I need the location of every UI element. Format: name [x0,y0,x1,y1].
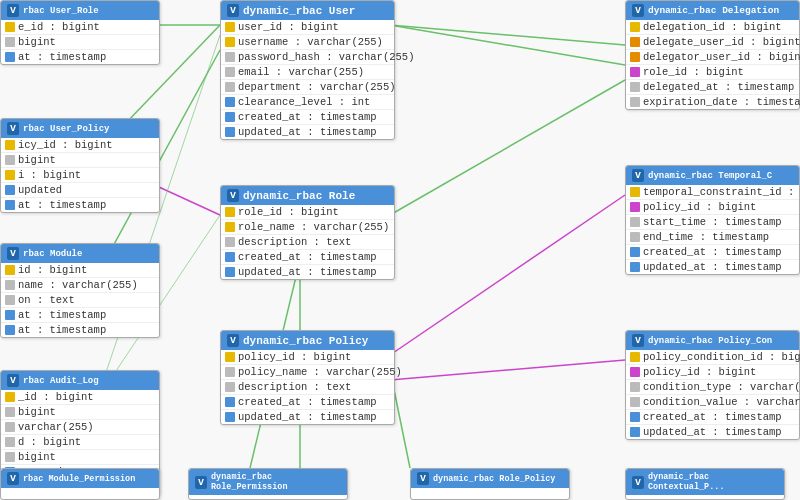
table-policy-condition-header: v dynamic_rbac Policy_Con [626,331,799,350]
table-row: policy_name : varchar(255) [221,365,394,380]
table-row: updated_at : timestamp [626,260,799,274]
table-row: at : timestamp [1,198,159,212]
table-row: policy_id : bigint [221,350,394,365]
table-module-header: v rbac Module [1,244,159,263]
table-row: on : text [1,293,159,308]
table-policy-header: v dynamic_rbac Policy [221,331,394,350]
table-module-permission-header: v rbac Module_Permission [1,469,159,488]
table-row: d : bigint [1,435,159,450]
table-policy: v dynamic_rbac Policy policy_id : bigint… [220,330,395,425]
table-row: created_at : timestamp [626,410,799,425]
table-row: at : timestamp [1,323,159,337]
table-contextual: v dynamic_rbac Contextual_P... [625,468,785,500]
table-policy-condition: v dynamic_rbac Policy_Con policy_conditi… [625,330,800,440]
table-row: username : varchar(255) [221,35,394,50]
table-row: _id : bigint [1,390,159,405]
table-row: updated_at : timestamp [221,125,394,139]
table-row: i : bigint [1,168,159,183]
svg-line-10 [390,25,625,65]
table-role: v dynamic_rbac Role role_id : bigint rol… [220,185,395,280]
table-user-policy: v rbac User_Policy icy_id : bigint bigin… [0,118,160,213]
table-audit-log-header: v rbac Audit_Log [1,371,159,390]
table-row: created_at : timestamp [221,250,394,265]
table-user-role: v rbac User_Role e_id : bigint bigint at… [0,0,160,65]
svg-line-11 [390,80,625,215]
table-delegation-header: v dynamic_rbac Delegation [626,1,799,20]
table-role-header: v dynamic_rbac Role [221,186,394,205]
svg-line-9 [390,25,625,45]
table-row: created_at : timestamp [626,245,799,260]
table-role-policy: v dynamic_rbac Role_Policy [410,468,570,500]
table-row: delegation_id : bigint [626,20,799,35]
table-contextual-header: v dynamic_rbac Contextual_P... [626,469,784,495]
table-row: email : varchar(255) [221,65,394,80]
table-row: bigint [1,450,159,465]
table-row: condition_value : varchar(255) [626,395,799,410]
table-row: start_time : timestamp [626,215,799,230]
table-row: at : timestamp [1,50,159,64]
table-row: created_at : timestamp [221,395,394,410]
table-row: bigint [1,405,159,420]
table-role-policy-header: v dynamic_rbac Role_Policy [411,469,569,488]
table-row: delegator_user_id : bigint [626,50,799,65]
table-row: temporal_constraint_id : bigint [626,185,799,200]
table-row: password_hash : varchar(255) [221,50,394,65]
table-role-permission-header: v dynamic_rbac Role_Permission [189,469,347,495]
table-row: clearance_level : int [221,95,394,110]
table-row: delegate_user_id : bigint [626,35,799,50]
table-role-permission: v dynamic_rbac Role_Permission [188,468,348,500]
table-user-policy-header: v rbac User_Policy [1,119,159,138]
table-user-role-header: v rbac User_Role [1,1,159,20]
table-row: bigint [1,153,159,168]
table-row: user_id : bigint [221,20,394,35]
table-row: description : text [221,380,394,395]
table-temporal-header: v dynamic_rbac Temporal_C [626,166,799,185]
table-row: condition_type : varchar(255) [626,380,799,395]
table-module: v rbac Module id : bigint name : varchar… [0,243,160,338]
table-row: delegated_at : timestamp [626,80,799,95]
table-row: at : timestamp [1,308,159,323]
svg-line-6 [390,360,625,380]
table-module-permission: v rbac Module_Permission [0,468,160,500]
table-delegation: v dynamic_rbac Delegation delegation_id … [625,0,800,110]
table-row: e_id : bigint [1,20,159,35]
table-row: name : varchar(255) [1,278,159,293]
table-row: end_time : timestamp [626,230,799,245]
table-row: policy_condition_id : bigint [626,350,799,365]
table-user-header: v dynamic_rbac User [221,1,394,20]
table-row: description : text [221,235,394,250]
table-row: department : varchar(255) [221,80,394,95]
table-temporal: v dynamic_rbac Temporal_C temporal_const… [625,165,800,275]
table-user: v dynamic_rbac User user_id : bigint use… [220,0,395,140]
table-row: updated_at : timestamp [626,425,799,439]
table-row: role_id : bigint [221,205,394,220]
table-row: bigint [1,35,159,50]
table-row: varchar(255) [1,420,159,435]
table-row: created_at : timestamp [221,110,394,125]
table-row: policy_id : bigint [626,365,799,380]
table-row: updated_at : timestamp [221,265,394,279]
table-row: icy_id : bigint [1,138,159,153]
table-row: role_name : varchar(255) [221,220,394,235]
table-row: updated [1,183,159,198]
table-row: policy_id : bigint [626,200,799,215]
table-row: updated_at : timestamp [221,410,394,424]
table-row: expiration_date : timestamp [626,95,799,109]
table-row: id : bigint [1,263,159,278]
table-row: role_id : bigint [626,65,799,80]
svg-line-5 [390,195,625,355]
